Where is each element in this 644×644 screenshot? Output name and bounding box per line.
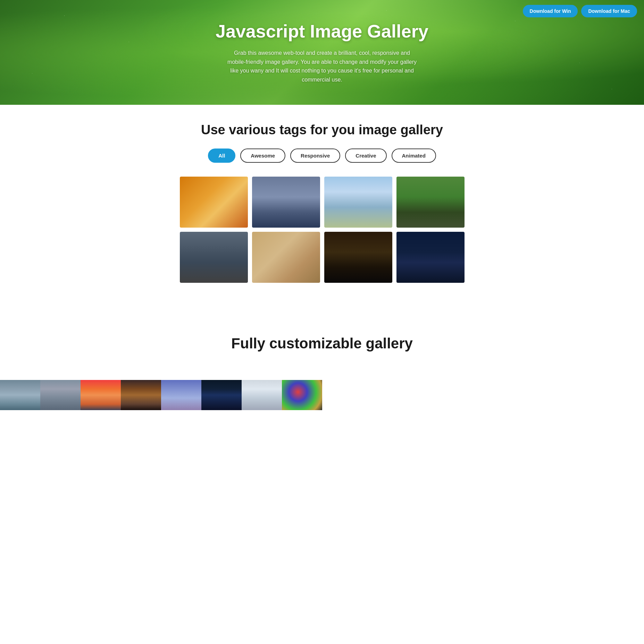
gallery-thumb-6[interactable]	[252, 232, 320, 283]
gallery-thumb-5[interactable]	[180, 232, 248, 283]
bottom-image-cliff	[40, 380, 81, 410]
bottom-image-sunset	[81, 380, 121, 410]
gallery-thumb-3[interactable]	[324, 177, 392, 228]
gallery-image-rock	[252, 232, 320, 283]
gallery-thumb-8[interactable]	[396, 232, 465, 283]
hero-section: Download for Win Download for Mac Javasc…	[0, 0, 644, 105]
filter-responsive-button[interactable]: Responsive	[290, 149, 340, 163]
tags-section: Use various tags for you image gallery A…	[0, 105, 644, 314]
bottom-thumb-snowy[interactable]	[242, 380, 282, 410]
hero-description: Grab this awesome web-tool and create a …	[225, 49, 419, 84]
gallery-image-autumn	[180, 177, 248, 228]
gallery-thumb-7[interactable]	[324, 232, 392, 283]
custom-section: Fully customizable gallery	[0, 314, 644, 380]
filter-awesome-button[interactable]: Awesome	[240, 149, 285, 163]
filter-creative-button[interactable]: Creative	[345, 149, 386, 163]
gallery-image-mountain	[180, 232, 248, 283]
bottom-thumb-dusk[interactable]	[121, 380, 161, 410]
gallery-grid	[173, 177, 471, 283]
bottom-image-snowy	[242, 380, 282, 410]
bottom-thumb-sunset[interactable]	[81, 380, 121, 410]
bottom-thumb-milky[interactable]	[201, 380, 242, 410]
gallery-thumb-2[interactable]	[252, 177, 320, 228]
bottom-gallery-row-1	[0, 380, 161, 410]
bottom-gallery	[0, 380, 644, 410]
custom-title: Fully customizable gallery	[7, 335, 637, 352]
gallery-image-book	[324, 232, 392, 283]
gallery-image-paris	[324, 177, 392, 228]
bottom-image-dusk	[121, 380, 161, 410]
gallery-image-bridge	[252, 177, 320, 228]
gallery-image-night	[396, 232, 465, 283]
top-bar: Download for Win Download for Mac	[523, 5, 637, 17]
bottom-thumb-cliff[interactable]	[40, 380, 81, 410]
hero-title: Javascript Image Gallery	[216, 21, 428, 42]
download-win-button[interactable]: Download for Win	[523, 5, 578, 17]
gallery-thumb-1[interactable]	[180, 177, 248, 228]
bottom-thumb-cliffs2[interactable]	[161, 380, 201, 410]
bottom-image-cliffs2	[161, 380, 201, 410]
bottom-thumb-ball[interactable]	[282, 380, 322, 410]
filter-animated-button[interactable]: Animated	[392, 149, 436, 163]
filter-all-button[interactable]: All	[208, 149, 235, 163]
gallery-thumb-4[interactable]	[396, 177, 465, 228]
filter-buttons-container: All Awesome Responsive Creative Animated	[7, 149, 637, 163]
tags-title: Use various tags for you image gallery	[7, 122, 637, 138]
bottom-image-ball	[282, 380, 322, 410]
gallery-image-deer	[396, 177, 465, 228]
bottom-image-milky	[201, 380, 242, 410]
bottom-gallery-row-2	[161, 380, 322, 410]
download-mac-button[interactable]: Download for Mac	[581, 5, 637, 17]
bottom-image-kirkjufell	[0, 380, 40, 410]
bottom-thumb-kirkjufell[interactable]	[0, 380, 40, 410]
